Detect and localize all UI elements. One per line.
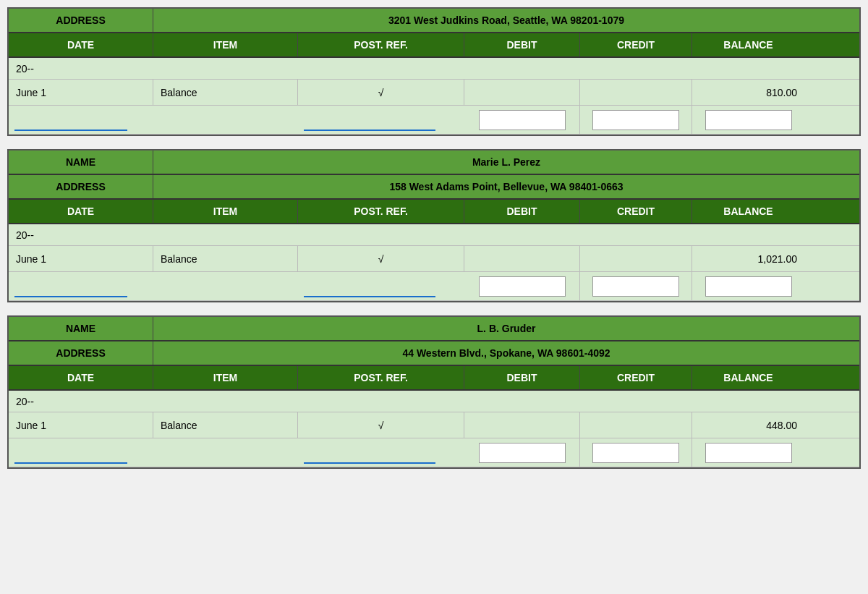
col-headers-2: DATE ITEM POST. REF. DEBIT CREDIT BALANC… — [9, 200, 859, 224]
entry-date-2: June 1 — [9, 246, 153, 271]
year-row-3: 20-- — [9, 391, 859, 412]
credit-input-cell-2[interactable] — [580, 272, 692, 300]
col-debit-2: DEBIT — [464, 200, 580, 223]
balance-input-cell-3[interactable] — [692, 438, 804, 467]
address-label-2: ADDRESS — [9, 175, 153, 198]
balance-input-3[interactable] — [705, 443, 792, 463]
entry-postref-2: √ — [298, 246, 464, 271]
entry-credit-3 — [580, 412, 692, 438]
name-header-row-3: NAME L. B. Gruder — [9, 317, 859, 341]
col-date-3: DATE — [9, 366, 153, 389]
col-date-1: DATE — [9, 33, 153, 56]
col-postref-1: POST. REF. — [298, 33, 464, 56]
entry-item-2: Balance — [153, 246, 298, 271]
entry-item-3: Balance — [153, 412, 298, 438]
address-header-row-2: ADDRESS 158 West Adams Point, Bellevue, … — [9, 175, 859, 200]
col-credit-2: CREDIT — [580, 200, 692, 223]
name-label-2: NAME — [9, 150, 153, 174]
address-label-3: ADDRESS — [9, 341, 153, 365]
balance-input-cell-1[interactable] — [692, 106, 804, 134]
debit-input-cell-1[interactable] — [464, 106, 580, 134]
entry-credit-2 — [580, 246, 692, 271]
col-headers-3: DATE ITEM POST. REF. DEBIT CREDIT BALANC… — [9, 366, 859, 391]
col-date-2: DATE — [9, 200, 153, 223]
debit-input-2[interactable] — [479, 276, 566, 297]
entry-postref-1: √ — [298, 80, 464, 105]
col-postref-2: POST. REF. — [298, 200, 464, 223]
entry-item-1: Balance — [153, 80, 298, 105]
entry-row-3: June 1 Balance √ 448.00 — [9, 412, 859, 438]
col-postref-3: POST. REF. — [298, 366, 464, 389]
col-balance-3: BALANCE — [692, 366, 804, 389]
credit-input-cell-1[interactable] — [580, 106, 692, 134]
entry-debit-1 — [464, 80, 580, 105]
address-label-1: ADDRESS — [9, 9, 153, 32]
date-underline-2 — [9, 272, 153, 300]
entry-postref-3: √ — [298, 412, 464, 438]
name-value-2: Marie L. Perez — [153, 150, 859, 174]
input-row-1 — [9, 106, 859, 135]
input-row-3 — [9, 438, 859, 467]
credit-input-cell-3[interactable] — [580, 438, 692, 467]
col-item-2: ITEM — [153, 200, 298, 223]
postref-underline-line-1 — [304, 130, 435, 131]
entry-balance-1: 810.00 — [692, 80, 804, 105]
year-label-3: 20-- — [16, 396, 852, 407]
address-header-row-1: ADDRESS 3201 West Judkins Road, Seattle,… — [9, 9, 859, 33]
item-underline-1 — [153, 106, 298, 134]
year-row-1: 20-- — [9, 58, 859, 80]
balance-input-2[interactable] — [705, 276, 792, 297]
item-underline-3 — [153, 438, 298, 467]
ledger-card-2: NAME Marie L. Perez ADDRESS 158 West Ada… — [7, 149, 861, 302]
date-underline-3 — [9, 438, 153, 467]
address-header-row-3: ADDRESS 44 Western Blvd., Spokane, WA 98… — [9, 341, 859, 366]
ledger-card-1: ADDRESS 3201 West Judkins Road, Seattle,… — [7, 7, 861, 136]
ledger-card-3: NAME L. B. Gruder ADDRESS 44 Western Blv… — [7, 315, 861, 469]
input-row-2 — [9, 272, 859, 301]
name-value-3: L. B. Gruder — [153, 317, 859, 340]
entry-row-1: June 1 Balance √ 810.00 — [9, 80, 859, 106]
col-balance-1: BALANCE — [692, 33, 804, 56]
postref-underline-line-3 — [304, 462, 435, 464]
col-credit-3: CREDIT — [580, 366, 692, 389]
entry-credit-1 — [580, 80, 692, 105]
entry-date-3: June 1 — [9, 412, 153, 438]
credit-input-3[interactable] — [592, 443, 679, 463]
postref-underline-line-2 — [304, 296, 435, 297]
debit-input-cell-3[interactable] — [464, 438, 580, 467]
postref-underline-3 — [298, 438, 464, 467]
postref-underline-1 — [298, 106, 464, 134]
credit-input-1[interactable] — [592, 110, 679, 130]
date-underline-line-3 — [14, 462, 127, 464]
balance-input-cell-2[interactable] — [692, 272, 804, 300]
address-value-2: 158 West Adams Point, Bellevue, WA 98401… — [153, 175, 859, 198]
name-label-3: NAME — [9, 317, 153, 340]
credit-input-2[interactable] — [592, 276, 679, 297]
col-debit-1: DEBIT — [464, 33, 580, 56]
year-label-2: 20-- — [16, 229, 852, 241]
entry-debit-2 — [464, 246, 580, 271]
date-underline-line-2 — [14, 296, 127, 297]
entry-date-1: June 1 — [9, 80, 153, 105]
postref-underline-2 — [298, 272, 464, 300]
date-underline-line-1 — [14, 130, 127, 131]
col-credit-1: CREDIT — [580, 33, 692, 56]
balance-input-1[interactable] — [705, 110, 792, 130]
col-item-3: ITEM — [153, 366, 298, 389]
entry-debit-3 — [464, 412, 580, 438]
address-value-3: 44 Western Blvd., Spokane, WA 98601-4092 — [153, 341, 859, 365]
entry-row-2: June 1 Balance √ 1,021.00 — [9, 246, 859, 272]
debit-input-3[interactable] — [479, 443, 566, 463]
col-item-1: ITEM — [153, 33, 298, 56]
col-headers-1: DATE ITEM POST. REF. DEBIT CREDIT BALANC… — [9, 33, 859, 58]
entry-balance-2: 1,021.00 — [692, 246, 804, 271]
entry-balance-3: 448.00 — [692, 412, 804, 438]
debit-input-1[interactable] — [479, 110, 566, 130]
year-label-1: 20-- — [16, 63, 852, 75]
debit-input-cell-2[interactable] — [464, 272, 580, 300]
col-debit-3: DEBIT — [464, 366, 580, 389]
item-underline-2 — [153, 272, 298, 300]
date-underline-1 — [9, 106, 153, 134]
name-header-row-2: NAME Marie L. Perez — [9, 150, 859, 175]
year-row-2: 20-- — [9, 224, 859, 246]
